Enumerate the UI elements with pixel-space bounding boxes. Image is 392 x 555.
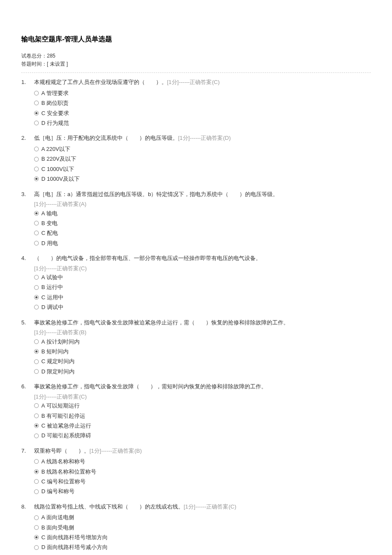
radio-icon[interactable] (34, 101, 39, 105)
question-list: 1.本规程规定了工作人员在作业现场应遵守的（ ）。[1分]------正确答案(… (21, 78, 371, 555)
radio-icon[interactable] (34, 305, 39, 309)
option-text: C 被迫紧急停止运行 (41, 421, 91, 431)
option-row[interactable]: B 运行中 (34, 282, 371, 292)
radio-icon[interactable] (34, 211, 39, 216)
question-body: 双重称号即（ ）。[1分]------正确答案(B)A 线路名称和称号B 线路名… (34, 447, 371, 497)
option-row[interactable]: A 管理要求 (34, 88, 371, 98)
option-row[interactable]: A 输电 (34, 208, 371, 218)
page-title: 输电架空题库-管理人员单选题 (21, 34, 371, 44)
option-text: D 可能引起系统障碍 (41, 431, 91, 440)
radio-icon[interactable] (34, 231, 39, 235)
option-row[interactable]: A 按计划时间内 (34, 337, 371, 347)
points-answer: [1分]------正确答案(C) (34, 264, 371, 273)
radio-icon[interactable] (34, 434, 39, 438)
option-row[interactable]: A 试验中 (34, 272, 371, 282)
option-row[interactable]: D 行为规范 (34, 118, 371, 128)
option-row[interactable]: C 1000V以下 (34, 164, 371, 174)
radio-icon[interactable] (34, 525, 39, 530)
question-body: 事故紧急抢修工作，指电气设备发生故障（ ），需短时间内恢复的抢修和排除故障的工作… (34, 382, 371, 441)
meta-block: 试卷总分：285 答题时间：[ 未设置 ] (21, 52, 371, 73)
question: 8.线路位置称号指上线、中线或下线和（ ）的左线或右线。[1分]------正确… (21, 503, 371, 552)
option-text: B 岗位职责 (41, 98, 69, 108)
question-body: （ ）的电气设备，指全部带有电压、一部分带有电压或一经操作即带有电压的电气设备。… (34, 254, 371, 312)
radio-icon[interactable] (34, 285, 39, 290)
option-row[interactable]: A 220V以下 (34, 144, 371, 154)
question-stem: （ ）的电气设备，指全部带有电压、一部分带有电压或一经操作即带有电压的电气设备。 (34, 254, 371, 263)
radio-icon[interactable] (34, 157, 39, 162)
radio-icon[interactable] (34, 121, 39, 125)
radio-icon[interactable] (34, 423, 39, 428)
option-text: B 面向受电侧 (41, 523, 74, 532)
option-row[interactable]: D 可能引起系统障碍 (34, 431, 371, 440)
question-number: 6. (21, 382, 34, 391)
option-text: C 面向线路杆塔号增加方向 (41, 532, 108, 542)
option-row[interactable]: C 安全要求 (34, 108, 371, 118)
question-stem: 事故紧急抢修工作，指电气设备发生故障（ ），需短时间内恢复的抢修和排除故障的工作… (34, 382, 371, 391)
option-list: A 线路名称和称号B 线路名称和位置称号C 编号和位置称号D 编号和称号 (34, 457, 371, 497)
radio-icon[interactable] (34, 479, 39, 484)
option-row[interactable]: B 变电 (34, 218, 371, 228)
option-row[interactable]: D 用电 (34, 238, 371, 248)
option-row[interactable]: C 被迫紧急停止运行 (34, 421, 371, 431)
radio-icon[interactable] (34, 469, 39, 474)
option-row[interactable]: B 面向受电侧 (34, 523, 371, 532)
question-body: 本规程规定了工作人员在作业现场应遵守的（ ）。[1分]------正确答案(C)… (34, 78, 371, 128)
radio-icon[interactable] (34, 167, 39, 171)
option-row[interactable]: D 调试中 (34, 302, 371, 312)
question-stem: 高［电］压：a）通常指超过低压的电压等级。b）特定情况下，指电力系统中（ ）的电… (34, 190, 371, 199)
option-row[interactable]: D 编号和称号 (34, 486, 371, 496)
answer-time-value: [ 未设置 ] (47, 61, 68, 67)
option-text: C 安全要求 (41, 108, 69, 118)
option-text: B 线路名称和位置称号 (41, 467, 96, 477)
radio-icon[interactable] (34, 221, 39, 225)
option-row[interactable]: B 有可能引起停运 (34, 411, 371, 421)
radio-icon[interactable] (34, 359, 39, 364)
option-text: B 短时间内 (41, 347, 69, 356)
radio-icon[interactable] (34, 176, 39, 181)
option-row[interactable]: C 编号和位置称号 (34, 477, 371, 486)
option-text: A 按计划时间内 (41, 337, 80, 347)
radio-icon[interactable] (34, 489, 39, 494)
option-row[interactable]: B 短时间内 (34, 347, 371, 356)
radio-icon[interactable] (34, 459, 39, 464)
option-row[interactable]: A 可以短期运行 (34, 401, 371, 410)
option-list: A 试验中B 运行中C 运用中D 调试中 (34, 272, 371, 312)
radio-icon[interactable] (34, 241, 39, 246)
option-row[interactable]: D 面向线路杆塔号减小方向 (34, 542, 371, 552)
question: 1.本规程规定了工作人员在作业现场应遵守的（ ）。[1分]------正确答案(… (21, 78, 371, 128)
radio-icon[interactable] (34, 339, 39, 344)
question-body: 事故紧急抢修工作，指电气设备发生故障被迫紧急停止运行，需（ ）恢复的抢修和排除故… (34, 318, 371, 377)
option-text: D 面向线路杆塔号减小方向 (41, 542, 108, 552)
radio-icon[interactable] (34, 147, 39, 151)
points-answer: [1分]------正确答案(C) (184, 503, 236, 510)
radio-icon[interactable] (34, 349, 39, 354)
radio-icon[interactable] (34, 111, 39, 116)
option-row[interactable]: A 线路名称和称号 (34, 457, 371, 466)
option-row[interactable]: D 1000V及以下 (34, 174, 371, 184)
radio-icon[interactable] (34, 369, 39, 374)
radio-icon[interactable] (34, 413, 39, 418)
radio-icon[interactable] (34, 275, 39, 280)
option-text: C 1000V以下 (41, 164, 74, 174)
option-row[interactable]: C 规定时间内 (34, 356, 371, 366)
option-row[interactable]: C 面向线路杆塔号增加方向 (34, 532, 371, 542)
option-row[interactable]: D 限定时间内 (34, 367, 371, 376)
option-row[interactable]: C 运用中 (34, 292, 371, 302)
radio-icon[interactable] (34, 535, 39, 540)
option-text: A 输电 (41, 208, 58, 218)
option-text: A 管理要求 (41, 88, 69, 98)
option-row[interactable]: B 岗位职责 (34, 98, 371, 108)
option-row[interactable]: C 配电 (34, 228, 371, 238)
radio-icon[interactable] (34, 91, 39, 95)
option-row[interactable]: B 线路名称和位置称号 (34, 467, 371, 477)
option-row[interactable]: A 面向送电侧 (34, 512, 371, 522)
option-row[interactable]: B 220V及以下 (34, 154, 371, 164)
radio-icon[interactable] (34, 545, 39, 550)
option-text: A 220V以下 (41, 144, 70, 154)
radio-icon[interactable] (34, 403, 39, 408)
question-stem-text: 线路位置称号指上线、中线或下线和（ ）的左线或右线。 (34, 503, 184, 510)
radio-icon[interactable] (34, 295, 39, 300)
radio-icon[interactable] (34, 515, 39, 520)
option-text: C 规定时间内 (41, 356, 75, 366)
question-number: 4. (21, 254, 34, 263)
